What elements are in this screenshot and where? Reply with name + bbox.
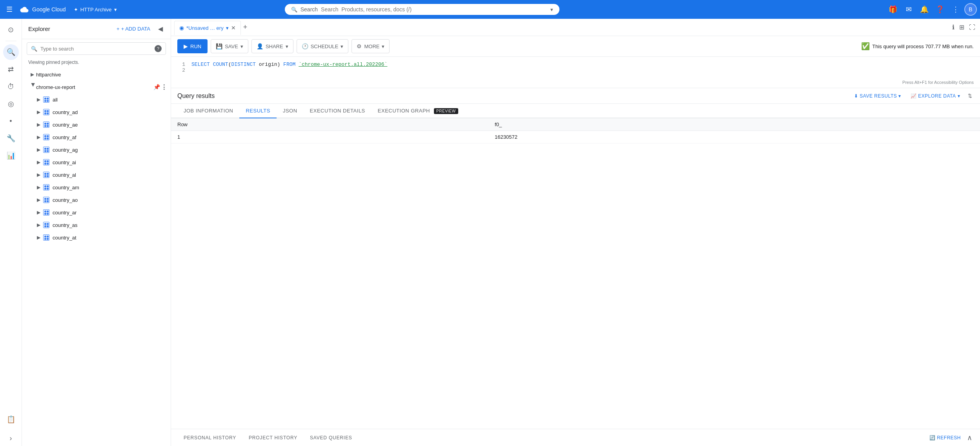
more-icon[interactable]: ⋮	[161, 109, 168, 116]
more-icon[interactable]: ⋮	[161, 83, 168, 91]
results-tabs: JOB INFORMATION RESULTS JSON EXECUTION D…	[171, 104, 980, 118]
explore-data-button[interactable]: 📈 EXPLORE DATA ▾	[907, 92, 963, 100]
nav-icon-history[interactable]: ⏱	[3, 79, 19, 94]
more-icon[interactable]: ⋮	[161, 234, 168, 241]
tab-personal-history[interactable]: PERSONAL HISTORY	[177, 431, 242, 444]
tab-dropdown-icon[interactable]: ▾	[226, 25, 229, 31]
tab-close-button[interactable]: ✕	[231, 25, 236, 31]
search-input[interactable]	[321, 6, 547, 13]
tree-item-country_af[interactable]: ▶ country_af ⋮	[22, 131, 171, 143]
results-actions: ⬇ SAVE RESULTS ▾ 📈 EXPLORE DATA ▾ ⇅	[851, 91, 974, 100]
save-results-chevron: ▾	[898, 93, 901, 99]
menu-icon[interactable]: ☰	[3, 2, 16, 17]
search-expand-icon[interactable]: ▾	[550, 7, 553, 13]
tree-item-country_al[interactable]: ▶ country_al ⋮	[22, 169, 171, 181]
collapse-bottom-button[interactable]: ∧	[965, 432, 974, 444]
table-reference[interactable]: `chrome-ux-report.all.202206`	[299, 62, 387, 67]
notifications-icon[interactable]: 🔔	[917, 2, 931, 16]
nav-icon-doc[interactable]: 📋	[3, 413, 19, 429]
tree-item-country_am[interactable]: ▶ country_am ⋮	[22, 181, 171, 194]
tree-item-label: country_ar	[53, 210, 161, 216]
more-icon[interactable]: ⋮	[161, 71, 168, 78]
tab-saved-queries[interactable]: SAVED QUERIES	[304, 431, 359, 444]
tab-json[interactable]: JSON	[277, 104, 304, 118]
more-icon[interactable]: ⋮	[161, 159, 168, 166]
tab-execution-details[interactable]: EXECUTION DETAILS	[304, 104, 372, 118]
tree-item-country_as[interactable]: ▶ country_as ⋮	[22, 219, 171, 231]
save-results-button[interactable]: ⬇ SAVE RESULTS ▾	[851, 92, 904, 100]
project-selector[interactable]: ✦ HTTP Archive ▾	[71, 5, 120, 14]
run-label: RUN	[190, 44, 201, 49]
run-button[interactable]: ▶ RUN	[177, 39, 208, 53]
explorer-search-input[interactable]	[40, 46, 151, 52]
nav-icon-search[interactable]: 🔍	[3, 44, 19, 60]
add-tab-button[interactable]: +	[242, 22, 249, 33]
more-icon[interactable]: ⋮	[161, 221, 168, 229]
line-number-1: 1	[177, 62, 185, 67]
nav-icon-chart[interactable]: 📊	[3, 148, 19, 163]
more-icon[interactable]: ⋮	[161, 134, 168, 141]
nav-icon-expand[interactable]: ›	[3, 430, 19, 446]
tab-execution-graph[interactable]: EXECUTION GRAPH PREVIEW	[372, 104, 464, 118]
more-vert-icon[interactable]: ⋮	[949, 2, 963, 16]
tree-item-country_ad[interactable]: ▶ country_ad ⋮	[22, 106, 171, 118]
search-help-icon[interactable]: ?	[155, 45, 162, 52]
tree-item-all[interactable]: ▶ all ⋮	[22, 93, 171, 106]
explorer-search-box[interactable]: 🔍 ?	[27, 42, 166, 55]
tree-item-country_at[interactable]: ▶ country_at ⋮	[22, 231, 171, 244]
tree-item-httparchive[interactable]: ▶ httparchive ⋮	[22, 68, 171, 81]
nav-icon-tools[interactable]: 🔧	[3, 131, 19, 146]
main-layout: ⊙ 🔍 ⇄ ⏱ ◎ • 🔧 📊 📋 › Explorer + + ADD DAT…	[0, 19, 980, 446]
more-icon[interactable]: ⋮	[161, 184, 168, 191]
query-toolbar: ▶ RUN 💾 SAVE ▾ 👤 SHARE ▾ 🕐 SCHEDULE ▾ ⚙ …	[171, 36, 980, 57]
tab-info-button[interactable]: ℹ	[951, 22, 956, 33]
tree-item-country_ae[interactable]: ▶ country_ae ⋮	[22, 118, 171, 131]
more-icon[interactable]: ⋮	[161, 96, 168, 103]
tree-item-label: httparchive	[36, 72, 161, 78]
gifts-icon[interactable]: 🎁	[886, 2, 900, 16]
collapse-panel-button[interactable]: ◀	[157, 24, 164, 34]
nav-icon-schema[interactable]: ◎	[3, 96, 19, 112]
chat-icon[interactable]: ✉	[902, 2, 916, 16]
dataset-icon	[42, 208, 50, 216]
tab-project-history[interactable]: PROJECT HISTORY	[242, 431, 304, 444]
global-search[interactable]: 🔍 Search ▾	[285, 4, 559, 15]
dataset-icon	[42, 121, 50, 129]
query-tab-unsaved[interactable]: ◉ *Unsaved … ery ▾ ✕	[174, 21, 241, 35]
tree-item-country_ao[interactable]: ▶ country_ao ⋮	[22, 194, 171, 206]
tab-fullscreen-button[interactable]: ⛶	[967, 22, 977, 33]
tree-item-country_ag[interactable]: ▶ country_ag ⋮	[22, 143, 171, 156]
chevron-icon: ▶	[35, 183, 42, 191]
nav-icon-transfer[interactable]: ⇄	[3, 62, 19, 77]
tab-job-information[interactable]: JOB INFORMATION	[177, 104, 239, 118]
add-data-button[interactable]: + + ADD DATA	[113, 24, 153, 33]
refresh-button[interactable]: 🔄 REFRESH	[926, 433, 964, 442]
share-icon: 👤	[257, 43, 263, 49]
tree-item-label: country_am	[53, 185, 161, 190]
more-icon[interactable]: ⋮	[161, 121, 168, 129]
help-icon[interactable]: ❓	[933, 2, 947, 16]
tree-item-chrome-ux-report[interactable]: ▶ chrome-ux-report 📌 ⋮	[22, 81, 171, 93]
user-avatar[interactable]: B	[964, 3, 977, 16]
share-button[interactable]: 👤 SHARE ▾	[251, 39, 293, 53]
tab-results[interactable]: RESULTS	[239, 104, 277, 118]
more-button[interactable]: ⚙ MORE ▾	[352, 39, 390, 53]
more-icon[interactable]: ⋮	[161, 209, 168, 216]
schedule-button[interactable]: 🕐 SCHEDULE ▾	[297, 39, 349, 53]
chevron-icon: ▶	[35, 171, 42, 179]
tree-item-country_ai[interactable]: ▶ country_ai ⋮	[22, 156, 171, 169]
query-editor[interactable]: 1 SELECT COUNT(DISTINCT origin) FROM `ch…	[171, 57, 980, 88]
more-icon[interactable]: ⋮	[161, 171, 168, 179]
tree-item-country_ar[interactable]: ▶ country_ar ⋮	[22, 206, 171, 219]
more-icon[interactable]: ⋮	[161, 196, 168, 204]
chevron-icon: ▶	[35, 208, 42, 216]
chevron-icon: ▶	[35, 108, 42, 116]
more-icon[interactable]: ⋮	[161, 146, 168, 154]
dataset-icon	[42, 158, 50, 166]
tab-table-button[interactable]: ⊞	[958, 22, 966, 33]
save-button[interactable]: 💾 SAVE ▾	[211, 39, 248, 53]
line-number-2: 2	[177, 67, 185, 73]
expand-results-button[interactable]: ⇅	[966, 91, 974, 100]
nav-icon-dot[interactable]: •	[3, 113, 19, 129]
nav-icon-home[interactable]: ⊙	[3, 22, 19, 38]
